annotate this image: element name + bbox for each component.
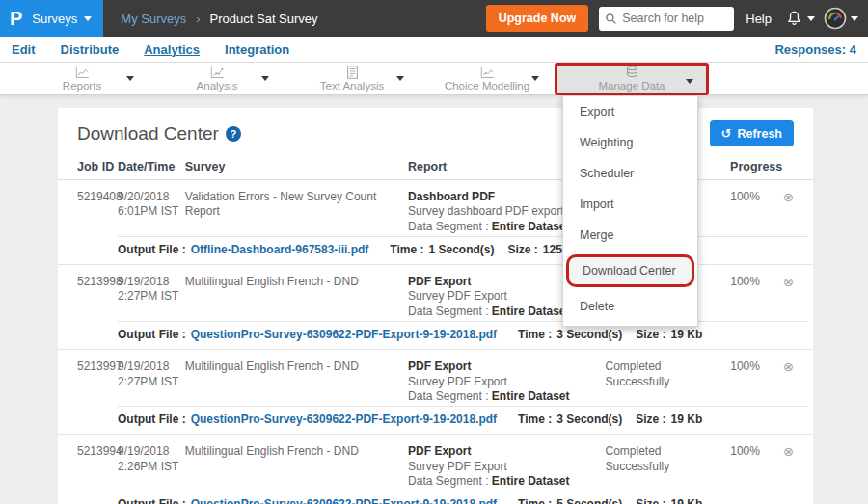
bell-icon bbox=[785, 10, 803, 28]
output-file-label: Output File : bbox=[118, 412, 186, 426]
breadcrumb-current: Product Sat Survey bbox=[210, 12, 318, 26]
survey-name: Multilingual English French - DND bbox=[185, 359, 408, 404]
scatter-chart-icon bbox=[210, 66, 225, 79]
job-id: 5213998 bbox=[77, 275, 118, 319]
menu-item-weighting[interactable]: Weighting bbox=[563, 127, 697, 158]
survey-nav: Edit Distribute Analytics Integration Re… bbox=[0, 37, 868, 63]
toolbar-label: Choice Modelling bbox=[445, 80, 529, 92]
product-switcher[interactable]: P Surveys bbox=[0, 0, 103, 37]
search-input[interactable] bbox=[622, 12, 723, 25]
toolbar-choice-modelling[interactable]: Choice Modelling bbox=[420, 63, 555, 95]
analytics-toolbar: Reports Analysis Text Analysis Choice Mo… bbox=[0, 63, 868, 95]
manage-data-menu: Export Weighting Scheduler Import Merge … bbox=[562, 95, 698, 327]
search-icon bbox=[605, 13, 617, 25]
status-text: Completed Successfully bbox=[606, 444, 731, 489]
survey-name: Multilingual English French - DND bbox=[185, 275, 408, 319]
job-id: 5213994 bbox=[77, 444, 118, 489]
download-center-card: Download Center ? ↺ Refresh Job ID Date/… bbox=[58, 108, 813, 504]
time-value: 3 Second(s) bbox=[556, 328, 622, 341]
progress-value: 100% bbox=[730, 190, 771, 234]
output-file-link[interactable]: QuestionPro-Survey-6309622-PDF-Export-9-… bbox=[191, 328, 497, 341]
col-survey: Survey bbox=[185, 160, 408, 173]
output-file-link[interactable]: QuestionPro-Survey-6309622-PDF-Export-9-… bbox=[191, 412, 497, 426]
toolbar-manage-data[interactable]: Manage Data bbox=[555, 63, 709, 95]
chevron-down-icon bbox=[851, 16, 858, 21]
menu-item-delete[interactable]: Delete bbox=[563, 291, 697, 322]
chevron-down-icon bbox=[686, 79, 693, 84]
col-job-id: Job ID bbox=[77, 160, 118, 173]
time-value: 3 Second(s) bbox=[556, 412, 622, 426]
survey-name: Multilingual English French - DND bbox=[185, 444, 408, 489]
questionpro-logo: P bbox=[10, 8, 22, 30]
breadcrumb: My Surveys › Product Sat Survey bbox=[121, 12, 317, 26]
date-time: 9/19/2018 2:27PM IST bbox=[118, 275, 185, 319]
cancel-job-icon[interactable]: ⊗ bbox=[783, 444, 794, 459]
breadcrumb-my-surveys[interactable]: My Surveys bbox=[121, 12, 186, 26]
refresh-icon: ↺ bbox=[721, 126, 732, 141]
cancel-job-icon[interactable]: ⊗ bbox=[783, 359, 794, 374]
toolbar-text-analysis[interactable]: Text Analysis bbox=[285, 63, 420, 95]
report-name: PDF Export bbox=[408, 359, 595, 374]
menu-item-export[interactable]: Export bbox=[563, 96, 697, 127]
output-file-link[interactable]: QuestionPro-Survey-6309622-PDF-Export-9-… bbox=[191, 497, 497, 504]
toolbar-analysis[interactable]: Analysis bbox=[149, 63, 285, 95]
chart-icon bbox=[480, 66, 495, 79]
nav-edit[interactable]: Edit bbox=[12, 42, 36, 57]
refresh-button[interactable]: ↺ Refresh bbox=[710, 120, 794, 146]
data-segment: Data Segment : Entire Dataset bbox=[408, 389, 595, 404]
help-badge-icon[interactable]: ? bbox=[226, 126, 241, 142]
toolbar-label: Analysis bbox=[197, 80, 238, 92]
toolbar-label: Manage Data bbox=[598, 80, 665, 92]
output-file-line: Output File : QuestionPro-Survey-6309622… bbox=[118, 406, 808, 434]
col-progress: Progress bbox=[730, 160, 771, 173]
report-desc: Survey PDF Export bbox=[408, 460, 595, 474]
output-file-label: Output File : bbox=[118, 328, 186, 341]
toolbar-label: Text Analysis bbox=[320, 80, 384, 92]
nav-analytics[interactable]: Analytics bbox=[144, 42, 200, 57]
nav-integration[interactable]: Integration bbox=[225, 42, 289, 57]
nav-distribute[interactable]: Distribute bbox=[61, 42, 120, 57]
menu-item-merge[interactable]: Merge bbox=[563, 220, 697, 251]
table-row: 5219408 9/20/2018 6:01PM IST Validation … bbox=[58, 180, 813, 265]
table-header: Job ID Date/Time Survey Report Progress bbox=[58, 155, 813, 180]
cancel-job-icon[interactable]: ⊗ bbox=[783, 190, 794, 204]
report-name: PDF Export bbox=[408, 444, 595, 459]
account-menu[interactable] bbox=[824, 7, 858, 30]
chevron-down-icon bbox=[84, 16, 92, 21]
output-file-line: Output File : QuestionPro-Survey-6309622… bbox=[118, 491, 808, 504]
help-search[interactable] bbox=[599, 7, 734, 31]
date-time: 9/19/2018 2:26PM IST bbox=[118, 444, 185, 489]
cancel-job-icon[interactable]: ⊗ bbox=[783, 275, 794, 289]
output-file-label: Output File : bbox=[118, 497, 186, 504]
chevron-down-icon bbox=[807, 16, 815, 21]
surveys-menu[interactable]: Surveys bbox=[32, 12, 92, 26]
job-id: 5219408 bbox=[77, 190, 118, 234]
upgrade-now-button[interactable]: Upgrade Now bbox=[486, 5, 589, 32]
toolbar-reports[interactable]: Reports bbox=[14, 63, 149, 95]
chevron-down-icon bbox=[126, 76, 134, 81]
line-chart-icon bbox=[75, 66, 90, 79]
time-value: 1 Second(s) bbox=[428, 243, 494, 256]
output-file-line: Output File : QuestionPro-Survey-6309622… bbox=[118, 321, 808, 349]
date-time: 9/20/2018 6:01PM IST bbox=[118, 190, 185, 234]
main-area: Download Center ? ↺ Refresh Job ID Date/… bbox=[0, 95, 868, 504]
status-text: Completed Successfully bbox=[606, 359, 731, 404]
menu-item-scheduler[interactable]: Scheduler bbox=[563, 158, 697, 189]
size-value: 19 Kb bbox=[671, 328, 703, 341]
col-date-time: Date/Time bbox=[118, 160, 185, 173]
report-cell: PDF Export Survey PDF Export Data Segmen… bbox=[408, 359, 605, 404]
breadcrumb-separator-icon: › bbox=[196, 12, 200, 26]
toolbar-label: Reports bbox=[63, 80, 101, 92]
menu-item-download-center[interactable]: Download Center bbox=[566, 254, 694, 287]
help-link[interactable]: Help bbox=[746, 12, 772, 26]
responses-count[interactable]: Responses: 4 bbox=[774, 42, 856, 57]
output-file-link[interactable]: Offline-Dashboard-967583-iii.pdf bbox=[191, 243, 369, 256]
progress-value: 100% bbox=[730, 444, 771, 489]
job-id: 5213997 bbox=[77, 359, 118, 404]
menu-item-import[interactable]: Import bbox=[563, 189, 697, 220]
table-row: 5213994 9/19/2018 2:26PM IST Multilingua… bbox=[58, 435, 813, 504]
notifications-button[interactable] bbox=[785, 10, 815, 28]
card-header: Download Center ? ↺ Refresh bbox=[58, 108, 813, 155]
refresh-label: Refresh bbox=[737, 127, 782, 141]
chevron-down-icon bbox=[531, 76, 539, 81]
